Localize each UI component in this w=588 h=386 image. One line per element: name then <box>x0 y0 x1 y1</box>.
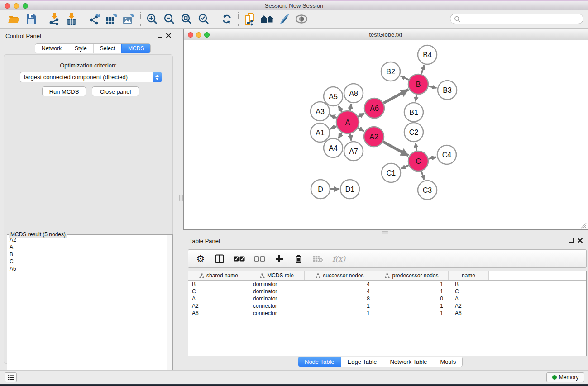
result-list-item[interactable]: B <box>10 251 166 258</box>
graph-edge-A-A8[interactable] <box>350 104 351 111</box>
delete-column-button[interactable] <box>293 253 303 264</box>
resize-grip-icon[interactable] <box>581 223 587 229</box>
graph-edge-B-B3[interactable] <box>429 86 437 88</box>
graph-edge-A-A6[interactable] <box>358 114 364 117</box>
export-table-button[interactable] <box>103 11 120 27</box>
tab-motifs[interactable]: Motifs <box>434 357 463 367</box>
table-row[interactable]: A2connector11A2 <box>188 302 586 310</box>
tab-select[interactable]: Select <box>93 44 121 53</box>
table-row[interactable]: A6connector11A6 <box>188 310 586 317</box>
column-header-name[interactable]: name <box>449 271 489 280</box>
float-table-panel-icon[interactable] <box>569 238 574 243</box>
table-cell[interactable]: A2 <box>449 303 489 309</box>
show-view-button[interactable] <box>293 11 310 27</box>
table-cell[interactable]: 0 <box>375 295 449 302</box>
table-cell[interactable]: dominator <box>249 281 305 287</box>
graph-edge-A-A3[interactable] <box>330 115 336 118</box>
result-list-item[interactable]: A2 <box>10 236 166 243</box>
result-list-item[interactable]: C <box>10 258 166 265</box>
graph-edge-A-A5[interactable] <box>339 106 342 112</box>
settings-gear-button[interactable]: ⚙ <box>196 253 206 264</box>
refresh-button[interactable] <box>218 11 235 27</box>
search-field[interactable] <box>450 14 583 24</box>
column-header-shared-name[interactable]: shared name <box>188 271 249 280</box>
result-list-item[interactable]: A <box>10 243 166 251</box>
delete-table-button[interactable] <box>312 253 323 264</box>
graph-edge-C-C4[interactable] <box>428 157 436 159</box>
result-list-scrollbar[interactable] <box>167 235 172 386</box>
network-document-button[interactable] <box>241 11 258 27</box>
zoom-in-button[interactable] <box>143 11 161 27</box>
table-cell[interactable]: B <box>188 281 249 287</box>
tab-network[interactable]: Network <box>35 44 68 53</box>
table-cell[interactable]: 8 <box>305 295 375 302</box>
tab-mcds[interactable]: MCDS <box>121 44 150 53</box>
search-input[interactable] <box>460 16 579 22</box>
table-row[interactable]: Cdominator41C <box>188 288 586 295</box>
table-cell[interactable]: 1 <box>375 303 449 309</box>
graph-edge-C-C2[interactable] <box>416 143 417 151</box>
graph-edge-C-C1[interactable] <box>401 165 409 168</box>
table-cell[interactable]: 1 <box>375 288 449 295</box>
table-row[interactable]: Bdominator41B <box>188 281 586 288</box>
hide-labels-button[interactable] <box>276 11 293 27</box>
save-session-button[interactable] <box>23 11 40 27</box>
column-header-predecessor-nodes[interactable]: predecessor nodes <box>375 271 449 280</box>
network-canvas[interactable]: AA1A3A5A8A4A7A6A2BB1B2B3B4CC1C2C3C4DD1 <box>184 40 588 229</box>
table-cell[interactable]: connector <box>249 303 305 309</box>
function-builder-button[interactable]: f(x) <box>332 253 345 264</box>
import-network-button[interactable] <box>46 11 63 27</box>
table-cell[interactable]: A <box>449 295 489 302</box>
table-cell[interactable]: A <box>188 295 249 302</box>
graph-edge-A-A4[interactable] <box>339 133 342 138</box>
zoom-selected-button[interactable] <box>195 11 212 27</box>
export-image-button[interactable] <box>120 11 138 27</box>
graph-edge-C-C3[interactable] <box>421 171 424 180</box>
result-list-item[interactable]: A6 <box>10 265 166 272</box>
table-cell[interactable]: A2 <box>188 303 249 309</box>
close-panel-icon[interactable] <box>166 33 171 38</box>
table-cell[interactable]: dominator <box>249 295 305 302</box>
column-header-MCDS-role[interactable]: MCDS role <box>249 271 305 280</box>
memory-button[interactable]: Memory <box>546 372 584 382</box>
tab-network-table[interactable]: Network Table <box>383 357 433 367</box>
tab-node-table[interactable]: Node Table <box>298 357 341 367</box>
table-cell[interactable]: 4 <box>305 288 375 295</box>
graph-edge-A-A7[interactable] <box>350 133 351 140</box>
table-cell[interactable]: 1 <box>375 281 449 287</box>
float-panel-icon[interactable] <box>158 33 162 38</box>
table-cell[interactable]: A6 <box>449 310 489 316</box>
vertical-splitter-grip[interactable] <box>179 195 183 201</box>
tab-edge-table[interactable]: Edge Table <box>341 357 383 367</box>
tab-style[interactable]: Style <box>68 44 93 53</box>
table-cell[interactable]: 1 <box>305 310 375 316</box>
home-button[interactable] <box>258 11 276 27</box>
table-cell[interactable]: connector <box>249 310 305 316</box>
zoom-fit-button[interactable] <box>178 11 195 27</box>
export-network-button[interactable] <box>86 11 103 27</box>
graph-edge-A2-C[interactable] <box>383 142 408 156</box>
table-cell[interactable]: B <box>449 281 489 287</box>
optimization-criterion-dropdown[interactable]: largest connected component (directed) <box>20 72 162 82</box>
show-panels-button[interactable] <box>5 372 17 382</box>
column-layout-button[interactable] <box>215 253 225 264</box>
deselect-all-columns-button[interactable] <box>254 253 265 264</box>
zoom-out-button[interactable] <box>161 11 178 27</box>
table-cell[interactable]: C <box>188 288 249 295</box>
graph-edge-B-B1[interactable] <box>416 95 417 102</box>
import-table-button[interactable] <box>63 11 80 27</box>
table-cell[interactable]: A6 <box>188 310 249 316</box>
table-cell[interactable]: 1 <box>305 303 375 309</box>
graph-edge-A6-B[interactable] <box>383 90 408 103</box>
network-window-titlebar[interactable]: testGlobe.txt <box>184 29 588 40</box>
open-session-button[interactable] <box>5 11 23 27</box>
column-header-successor-nodes[interactable]: successor nodes <box>305 271 375 280</box>
close-panel-button[interactable]: Close panel <box>92 86 139 96</box>
table-cell[interactable]: dominator <box>249 288 305 295</box>
horizontal-splitter-grip[interactable] <box>382 231 388 234</box>
add-column-button[interactable] <box>274 253 284 264</box>
table-cell[interactable]: C <box>449 288 489 295</box>
graph-edge-A-A1[interactable] <box>330 126 336 129</box>
graph-edge-A-A2[interactable] <box>358 128 364 131</box>
graph-edge-B-B4[interactable] <box>421 65 424 74</box>
